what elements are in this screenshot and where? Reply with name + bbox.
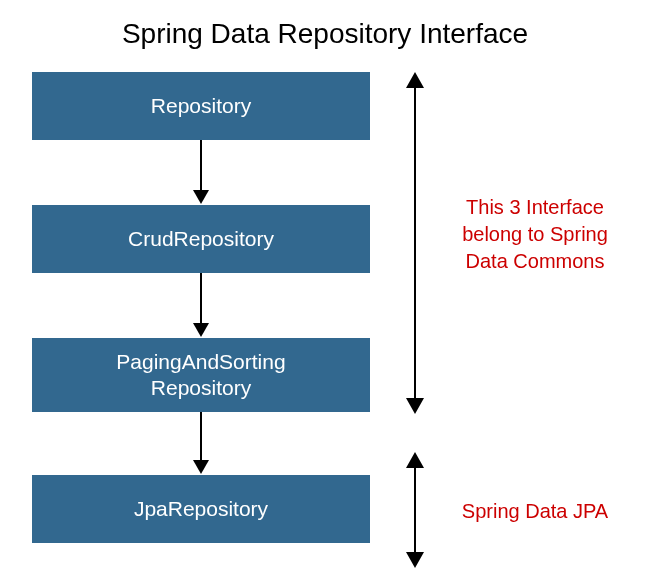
arrow-down-icon	[406, 552, 424, 568]
annotation-jpa: Spring Data JPA	[446, 498, 624, 525]
arrow-down-icon	[406, 398, 424, 414]
hierarchy-box-crudrepository: CrudRepository	[32, 205, 370, 273]
arrow-down-icon	[193, 460, 209, 474]
arrow-down-icon	[193, 323, 209, 337]
box-label: CrudRepository	[128, 226, 274, 252]
hierarchy-box-repository: Repository	[32, 72, 370, 140]
arrow-down-icon	[193, 190, 209, 204]
diagram-canvas: Repository CrudRepository PagingAndSorti…	[0, 60, 650, 570]
box-label: Repository	[151, 93, 251, 119]
annotation-line: Spring Data JPA	[462, 500, 608, 522]
hierarchy-box-pagingandsortingrepository: PagingAndSorting Repository	[32, 338, 370, 412]
box-label: JpaRepository	[134, 496, 268, 522]
hierarchy-box-jparepository: JpaRepository	[32, 475, 370, 543]
box-label-line: Repository	[151, 375, 251, 401]
arrow-connector	[200, 412, 202, 460]
box-label-line: PagingAndSorting	[116, 349, 285, 375]
annotation-line: Data Commons	[446, 248, 624, 275]
annotation-commons: This 3 Interface belong to Spring Data C…	[446, 194, 624, 275]
range-arrow-jpa	[414, 466, 416, 552]
annotation-line: belong to Spring	[446, 221, 624, 248]
annotation-line: This 3 Interface	[446, 194, 624, 221]
range-arrow-commons	[414, 86, 416, 398]
arrow-connector	[200, 140, 202, 190]
diagram-title: Spring Data Repository Interface	[0, 0, 650, 60]
arrow-connector	[200, 273, 202, 323]
